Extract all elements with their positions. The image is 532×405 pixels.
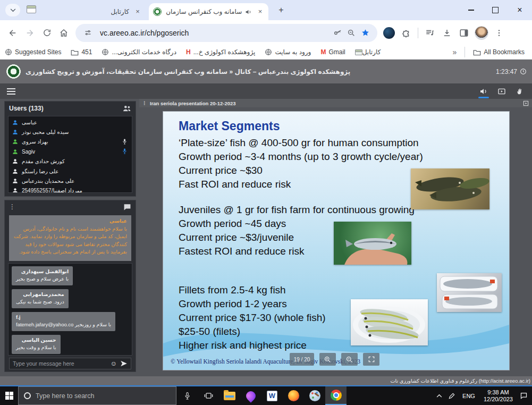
user-row[interactable]: مهرداد اصفنیا/2549552557 — [11, 186, 130, 193]
taskbar-search-box[interactable] — [18, 386, 176, 405]
user-row[interactable]: علی رضا راستگو — [11, 166, 130, 176]
session-timer: 1:23:47 — [496, 68, 532, 75]
site-settings-icon[interactable] — [81, 26, 95, 40]
address-bar[interactable]: vc.areeo.ac.ir/ch/pgoserich — [75, 24, 377, 42]
speaker-icon — [479, 87, 488, 96]
language-indicator[interactable]: ENG — [458, 393, 479, 399]
raise-hand-button[interactable] — [511, 83, 529, 99]
chat-messages[interactable]: ابوالفضل سپهداری با عرض سلام و صبح بخیر … — [8, 263, 132, 356]
chat-bubble-icon[interactable] — [123, 204, 131, 210]
pin-app-icon — [244, 389, 257, 402]
send-message-icon[interactable] — [120, 360, 128, 367]
menu-hamburger-icon[interactable] — [7, 88, 15, 95]
users-panel-header[interactable]: Users (133) — [5, 102, 136, 115]
user-row[interactable]: کورش حدادی مقدم — [11, 157, 130, 166]
back-button[interactable] — [4, 24, 21, 41]
browser-tab-inactive[interactable]: کارتابل × — [48, 3, 146, 20]
tab-label: سامانه وب کنفرانس سازمان ت — [165, 8, 242, 15]
taskbar-mic-button[interactable] — [176, 386, 198, 405]
tab-audio-icon[interactable] — [245, 9, 252, 15]
home-button[interactable] — [55, 24, 72, 41]
message-text: با سلام و روزبخیر fatemeh.jafary@yahoo.c… — [16, 321, 111, 328]
user-status-icon — [12, 119, 19, 126]
user-name: کورش حدادی مقدم — [22, 158, 65, 164]
browser-menu-icon[interactable] — [491, 24, 508, 41]
zoom-out-button[interactable] — [341, 353, 358, 366]
close-tab-icon[interactable]: × — [256, 7, 264, 16]
fullscreen-button[interactable] — [363, 353, 379, 366]
taskbar-clock[interactable]: 9:38 AM 12/20/2023 — [479, 389, 517, 403]
taskbar-date: 12/20/2023 — [484, 396, 513, 403]
zoom-out-page-icon[interactable] — [344, 26, 358, 40]
pinned-chat-message: عباسی با سلام خواهشمند است نام و نام خان… — [9, 215, 131, 261]
reload-button[interactable] — [38, 24, 55, 41]
user-row[interactable]: عباسی — [11, 117, 130, 127]
emoji-icon[interactable]: ☺ — [111, 360, 117, 367]
presentation-slide[interactable]: Market Segments ‘Plate-size’ fish @ 400-… — [163, 112, 509, 370]
word-button[interactable]: W — [261, 386, 283, 405]
bookmarks-overflow-chevron[interactable]: » — [453, 48, 457, 56]
firefox-button[interactable] — [283, 386, 304, 405]
action-center-icon[interactable] — [517, 386, 530, 405]
reading-list-icon[interactable] — [421, 24, 438, 41]
conference-title: پژوهشکده اکولوژی بندرعباس – کانال « ساما… — [26, 68, 350, 75]
password-key-icon[interactable] — [331, 26, 344, 40]
all-bookmarks[interactable]: All Bookmarks — [473, 48, 525, 56]
bookmark-eservices[interactable]: درگاه خدمات الکترونی... — [102, 48, 176, 56]
close-window-button[interactable]: × — [508, 0, 532, 20]
audio-speaker-button[interactable] — [475, 83, 493, 99]
tab-search-button[interactable] — [5, 4, 20, 16]
message-author: ابوالفضل سپهداری — [16, 268, 69, 275]
extension-badge-icon[interactable] — [383, 27, 395, 39]
close-tab-icon[interactable]: × — [133, 7, 142, 16]
bookmark-suggested-sites[interactable]: Suggested Sites — [5, 48, 61, 56]
bookmark-gmail[interactable]: M Gmail — [320, 48, 345, 56]
presentation-options-icon[interactable]: ⋮ — [142, 100, 147, 106]
chat-message-input[interactable] — [13, 360, 107, 367]
user-row[interactable]: علی محمدیان بندرعباس — [11, 176, 130, 185]
downloads-icon[interactable] — [438, 24, 455, 41]
photo-vacuum-packed-fillets — [437, 273, 502, 312]
window-favicon-icon — [355, 49, 362, 55]
microphone-icon — [122, 138, 128, 145]
paint-button[interactable] — [304, 386, 325, 405]
organization-logo-icon — [6, 64, 21, 79]
user-status-icon — [12, 178, 19, 184]
maximize-button[interactable] — [483, 0, 508, 20]
media-player-button[interactable] — [493, 83, 511, 99]
browser-tab-active[interactable]: سامانه وب کنفرانس سازمان ت × — [149, 3, 268, 20]
bookmark-folder-451[interactable]: 451 — [71, 48, 92, 56]
extensions-puzzle-icon[interactable] — [398, 24, 415, 41]
pop-out-icon[interactable] — [523, 100, 529, 106]
zoom-in-button[interactable] — [319, 353, 336, 366]
start-button[interactable] — [0, 386, 18, 405]
file-explorer-button[interactable] — [219, 386, 240, 405]
bookmark-kartabl[interactable]: کارتابل — [355, 48, 381, 56]
taskbar-search-input[interactable] — [36, 392, 171, 400]
chrome-button-active[interactable] — [325, 386, 347, 405]
tray-expand-chevron[interactable] — [433, 386, 445, 405]
user-row[interactable]: سیده لیلی محبی نوذر — [11, 127, 130, 137]
user-row[interactable]: بهزاد سروی — [11, 137, 130, 147]
minimize-button[interactable] — [459, 0, 483, 20]
bookmark-ecology-institute[interactable]: H پژوهشکده اکولوژی خ... — [186, 48, 255, 56]
chat-options-icon[interactable]: ⋮ — [9, 203, 16, 210]
url-text[interactable]: vc.areeo.ac.ir/ch/pgoserich — [100, 29, 331, 37]
message-text: درود. صبح شما به نیکی — [16, 298, 64, 306]
user-row[interactable]: Sagiv — [11, 147, 130, 156]
globe-icon — [265, 48, 272, 56]
new-tab-button[interactable]: + — [275, 4, 287, 16]
users-list[interactable]: عباسی سیده لیلی محبی نوذر بهزاد سروی Sag… — [8, 116, 132, 193]
user-name: Sagiv — [22, 149, 35, 155]
side-panel-icon[interactable] — [455, 24, 472, 41]
user-status-icon — [12, 129, 19, 136]
profile-avatar[interactable] — [475, 26, 488, 40]
windows-ink-pen-icon[interactable] — [445, 386, 458, 405]
bookmark-site-login[interactable]: ورود به سایت — [265, 48, 311, 56]
forward-button[interactable] — [21, 24, 38, 41]
task-view-button[interactable] — [198, 386, 219, 405]
slide-page-indicator[interactable]: 19 / 20 — [290, 353, 314, 366]
bookmark-star-icon[interactable] — [358, 26, 372, 40]
photos-app-button[interactable] — [240, 386, 261, 405]
h-favicon-icon: H — [186, 48, 191, 56]
